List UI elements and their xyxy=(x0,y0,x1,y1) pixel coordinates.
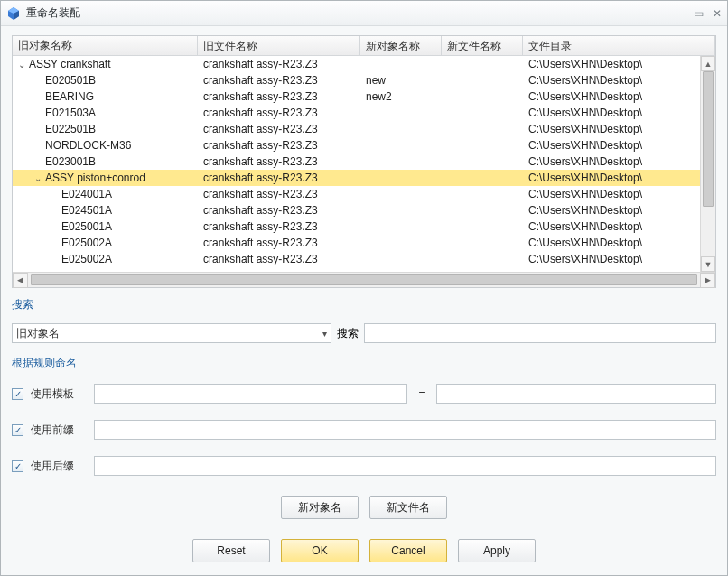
table-row[interactable]: E025002Acrankshaft assy-R23.Z3C:\Users\X… xyxy=(13,235,715,251)
row-name: ASSY piston+conrod xyxy=(45,172,145,184)
table-row[interactable]: NORDLOCK-M36crankshaft assy-R23.Z3C:\Use… xyxy=(13,137,715,153)
row-dir: C:\Users\XHN\Desktop\ xyxy=(523,107,715,119)
window-title: 重命名装配 xyxy=(26,5,694,21)
row-old-file: crankshaft assy-R23.Z3 xyxy=(198,74,360,87)
row-old-file: crankshaft assy-R23.Z3 xyxy=(198,58,360,70)
table-row[interactable]: E025001Acrankshaft assy-R23.Z3C:\Users\X… xyxy=(13,218,715,235)
row-old-file: crankshaft assy-R23.Z3 xyxy=(198,172,360,184)
reset-button[interactable]: Reset xyxy=(192,539,270,562)
expand-icon[interactable]: ⌄ xyxy=(34,173,45,183)
prefix-input[interactable] xyxy=(94,420,716,440)
row-old-file: crankshaft assy-R23.Z3 xyxy=(198,139,360,152)
col-new-file[interactable]: 新文件名称 xyxy=(442,36,523,55)
row-old-file: crankshaft assy-R23.Z3 xyxy=(198,253,360,265)
row-name: E025002A xyxy=(61,253,112,265)
new-file-button[interactable]: 新文件名 xyxy=(369,496,447,519)
table-row[interactable]: ⌄ASSY crankshaftcrankshaft assy-R23.Z3C:… xyxy=(13,56,715,72)
scroll-left-icon[interactable]: ◀ xyxy=(13,273,28,288)
col-dir[interactable]: 文件目录 xyxy=(523,36,715,55)
row-new-name: new2 xyxy=(360,90,442,103)
row-name: E023001B xyxy=(45,155,96,168)
col-new-object[interactable]: 新对象名称 xyxy=(360,36,442,55)
row-dir: C:\Users\XHN\Desktop\ xyxy=(523,253,715,265)
suffix-row: ✓ 使用后缀 xyxy=(12,456,716,476)
ok-button[interactable]: OK xyxy=(281,539,359,562)
scroll-down-icon[interactable]: ▼ xyxy=(701,256,715,272)
table-row[interactable]: E024501Acrankshaft assy-R23.Z3C:\Users\X… xyxy=(13,202,715,218)
window: 重命名装配 ▭ ✕ 旧对象名称 旧文件名称 新对象名称 新文件名称 文件目录 ⌄… xyxy=(0,0,728,576)
row-old-file: crankshaft assy-R23.Z3 xyxy=(198,204,360,217)
app-icon xyxy=(6,6,21,21)
use-template-label: 使用模板 xyxy=(31,386,87,402)
row-dir: C:\Users\XHN\Desktop\ xyxy=(523,188,715,200)
table-row[interactable]: ⌄ASSY piston+conrodcrankshaft assy-R23.Z… xyxy=(13,170,715,186)
table-row[interactable]: E025002Acrankshaft assy-R23.Z3C:\Users\X… xyxy=(13,251,715,267)
row-dir: C:\Users\XHN\Desktop\ xyxy=(523,220,715,233)
row-dir: C:\Users\XHN\Desktop\ xyxy=(523,237,715,249)
row-name: E025002A xyxy=(61,237,112,249)
search-section-label: 搜索 xyxy=(12,297,716,312)
table-row[interactable]: E022501Bcrankshaft assy-R23.Z3C:\Users\X… xyxy=(13,121,715,137)
col-old-object[interactable]: 旧对象名称 xyxy=(13,36,198,55)
row-name: E025001A xyxy=(61,220,112,233)
row-name: E024501A xyxy=(61,204,112,217)
search-row: 旧对象名 ▾ 搜索 xyxy=(12,323,716,343)
minimize-icon[interactable]: ▭ xyxy=(694,8,704,19)
row-old-file: crankshaft assy-R23.Z3 xyxy=(198,107,360,119)
new-object-button[interactable]: 新对象名 xyxy=(281,496,359,519)
chevron-down-icon: ▾ xyxy=(322,329,327,339)
row-name: E020501B xyxy=(45,74,96,87)
col-old-file[interactable]: 旧文件名称 xyxy=(198,36,360,55)
row-old-file: crankshaft assy-R23.Z3 xyxy=(198,90,360,103)
table-row[interactable]: E020501Bcrankshaft assy-R23.Z3newC:\User… xyxy=(13,72,715,88)
template-right-input[interactable] xyxy=(436,384,716,404)
apply-button[interactable]: Apply xyxy=(458,539,536,562)
table-row[interactable]: E023001Bcrankshaft assy-R23.Z3C:\Users\X… xyxy=(13,153,715,170)
scroll-up-icon[interactable]: ▲ xyxy=(701,56,715,71)
search-input[interactable] xyxy=(364,323,716,343)
table-row[interactable]: E024001Acrankshaft assy-R23.Z3C:\Users\X… xyxy=(13,186,715,202)
search-field-select[interactable]: 旧对象名 ▾ xyxy=(12,323,331,343)
table-row[interactable]: E021503Acrankshaft assy-R23.Z3C:\Users\X… xyxy=(13,105,715,121)
table-row[interactable]: BEARINGcrankshaft assy-R23.Z3new2C:\User… xyxy=(13,88,715,105)
row-dir: C:\Users\XHN\Desktop\ xyxy=(523,58,715,70)
row-dir: C:\Users\XHN\Desktop\ xyxy=(523,172,715,184)
expand-icon[interactable]: ⌄ xyxy=(18,60,29,70)
row-name: ASSY crankshaft xyxy=(29,58,111,70)
row-dir: C:\Users\XHN\Desktop\ xyxy=(523,74,715,87)
row-dir: C:\Users\XHN\Desktop\ xyxy=(523,155,715,168)
table-header: 旧对象名称 旧文件名称 新对象名称 新文件名称 文件目录 xyxy=(13,36,715,56)
row-old-file: crankshaft assy-R23.Z3 xyxy=(198,188,360,200)
table-body[interactable]: ⌄ASSY crankshaftcrankshaft assy-R23.Z3C:… xyxy=(13,56,715,272)
footer-buttons: Reset OK Cancel Apply xyxy=(12,539,716,562)
suffix-input[interactable] xyxy=(94,456,716,476)
use-suffix-checkbox[interactable]: ✓ xyxy=(12,460,23,472)
row-name: E024001A xyxy=(61,188,112,200)
row-name: NORDLOCK-M36 xyxy=(45,139,131,152)
scroll-thumb[interactable] xyxy=(703,71,714,207)
row-new-name: new xyxy=(360,74,442,87)
row-old-file: crankshaft assy-R23.Z3 xyxy=(198,155,360,168)
scroll-right-icon[interactable]: ▶ xyxy=(700,273,715,288)
use-prefix-label: 使用前缀 xyxy=(31,423,87,438)
cancel-button[interactable]: Cancel xyxy=(369,539,447,562)
equals-label: = xyxy=(415,387,429,400)
use-suffix-label: 使用后缀 xyxy=(31,459,87,474)
row-name: E021503A xyxy=(45,107,96,119)
search-label: 搜索 xyxy=(337,326,359,341)
hscroll-thumb[interactable] xyxy=(31,274,697,285)
row-dir: C:\Users\XHN\Desktop\ xyxy=(523,90,715,103)
vertical-scrollbar[interactable]: ▲ ▼ xyxy=(700,56,715,272)
template-left-input[interactable] xyxy=(94,384,407,404)
horizontal-scrollbar[interactable]: ◀ ▶ xyxy=(13,272,715,287)
hscroll-track[interactable] xyxy=(28,273,700,287)
row-dir: C:\Users\XHN\Desktop\ xyxy=(523,204,715,217)
template-row: ✓ 使用模板 = xyxy=(12,384,716,404)
row-dir: C:\Users\XHN\Desktop\ xyxy=(523,123,715,135)
row-old-file: crankshaft assy-R23.Z3 xyxy=(198,220,360,233)
content: 旧对象名称 旧文件名称 新对象名称 新文件名称 文件目录 ⌄ASSY crank… xyxy=(1,26,727,575)
row-name: BEARING xyxy=(45,90,94,103)
use-prefix-checkbox[interactable]: ✓ xyxy=(12,424,23,436)
close-icon[interactable]: ✕ xyxy=(713,8,722,19)
use-template-checkbox[interactable]: ✓ xyxy=(12,388,23,400)
